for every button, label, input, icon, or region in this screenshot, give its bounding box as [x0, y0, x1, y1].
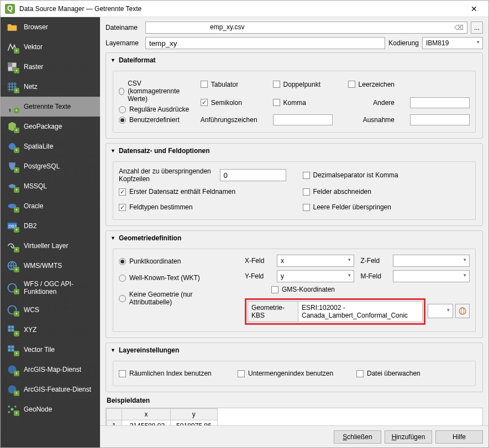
crs-value: ESRI:102002 - Canada_Lambert_Conformal_C…	[298, 301, 423, 322]
radio-csv[interactable]: CSV (kommagetrennte Werte)	[119, 80, 194, 103]
sidebar-item-geopackage[interactable]: + GeoPackage	[1, 117, 100, 136]
globe-icon: +	[6, 260, 18, 271]
xfield-combo[interactable]: x	[277, 255, 354, 267]
checkbox-icon	[238, 370, 245, 377]
titlebar: Data Source Manager — Getrennte Texte ✕	[1, 1, 488, 17]
radio-custom[interactable]: Benutzerdefiniert	[119, 116, 194, 124]
group-record-header[interactable]: ▼ Datensatz- und Feldoptionen	[106, 144, 482, 158]
group-layer: ▼ Layereinstellungen Räumlichen Index be…	[106, 342, 483, 392]
sidebar-item-virtual-layer[interactable]: + Virtueller Layer	[1, 236, 100, 256]
radio-point[interactable]: Punktkoordinaten	[119, 257, 235, 265]
radio-regex[interactable]: Reguläre Ausdrücke	[119, 106, 194, 113]
check-colon[interactable]: Doppelpunkt	[273, 81, 333, 88]
sidebar-item-mssql[interactable]: + MSSQL	[1, 176, 100, 196]
sidebar-item-arcgis-feature[interactable]: + ArcGIS-Feature-Dienst	[1, 380, 100, 399]
collapse-icon: ▼	[111, 235, 115, 241]
sidebar-item-browser[interactable]: Browser	[1, 17, 100, 37]
raster-icon: +	[6, 61, 18, 72]
sidebar-item-vektor[interactable]: + Vektor	[1, 37, 100, 57]
sidebar-item-delimited-text[interactable]: ,+ Getrennte Texte	[1, 97, 100, 117]
window-title: Data Source Manager — Getrennte Texte	[19, 5, 464, 13]
zfield-combo[interactable]	[393, 255, 470, 267]
virtual-layer-icon: +	[6, 240, 18, 251]
checkbox-icon	[303, 188, 310, 196]
check-detect-types[interactable]: Feldtypen bestimmen	[119, 203, 286, 211]
check-gms[interactable]: GMS-Koordinaten	[271, 286, 470, 293]
sidebar-item-netz[interactable]: + Netz	[1, 77, 100, 97]
sidebar-item-arcgis-map[interactable]: + ArcGIS-Map-Dienst	[1, 360, 100, 380]
check-space[interactable]: Leerzeichen	[348, 81, 395, 88]
group-dateiformat-header[interactable]: ▼ Dateiformat	[106, 53, 482, 67]
spatialite-icon: +	[6, 141, 18, 152]
sidebar-item-label: PostgreSQL	[24, 162, 60, 170]
skip-input[interactable]	[220, 169, 286, 181]
check-comma[interactable]: Komma	[273, 99, 333, 107]
crs-combo[interactable]	[428, 304, 453, 318]
group-geometry-header[interactable]: ▼ Geometriedefinition	[106, 231, 482, 245]
geonode-icon: +	[6, 404, 18, 415]
oracle-icon: +	[6, 201, 18, 212]
browse-button[interactable]: ...	[471, 22, 483, 34]
preview-table-wrap[interactable]: x y 1-3145588.035018975.86 2-3115010.955…	[106, 408, 483, 425]
globe-icon: +	[6, 304, 18, 315]
sidebar-item-label: ArcGIS-Feature-Dienst	[24, 386, 91, 393]
sidebar-item-label: Oracle	[24, 202, 43, 210]
quote-input[interactable]	[273, 114, 333, 125]
layername-input[interactable]	[145, 37, 385, 49]
other-input[interactable]	[410, 97, 470, 108]
sidebar-item-label: WCS	[24, 306, 39, 314]
group-dateiformat: ▼ Dateiformat CSV (kommagetrennte Werte)…	[106, 52, 483, 139]
sidebar-item-postgresql[interactable]: + PostgreSQL	[1, 156, 100, 176]
radio-wkt[interactable]: Well-Known-Text (WKT)	[119, 274, 235, 282]
filename-row: Dateiname emp_xy.csv ⌫ ...	[106, 22, 483, 34]
check-watch-file[interactable]: Datei überwachen	[356, 370, 470, 377]
svg-rect-15	[11, 346, 14, 349]
quote-label: Anführungszeichen	[201, 116, 257, 124]
yfield-combo[interactable]: y	[277, 270, 354, 282]
check-spatial-index[interactable]: Räumlichen Index benutzen	[119, 370, 232, 377]
mfield-combo[interactable]	[393, 270, 470, 282]
sidebar-item-label: Netz	[24, 83, 38, 91]
sidebar-item-db2[interactable]: DB2+ DB2	[1, 216, 100, 236]
group-layer-header[interactable]: ▼ Layereinstellungen	[106, 343, 482, 357]
check-trim[interactable]: Felder abschneiden	[303, 188, 470, 196]
filename-input[interactable]: emp_xy.csv ⌫	[145, 22, 467, 34]
sidebar-item-wms[interactable]: + WMS/WMTS	[1, 256, 100, 276]
escape-input[interactable]	[410, 114, 470, 125]
sidebar-item-oracle[interactable]: + Oracle	[1, 196, 100, 216]
folder-icon	[6, 22, 18, 33]
close-icon[interactable]: ✕	[464, 4, 484, 13]
sidebar-item-spatialite[interactable]: + SpatiaLite	[1, 136, 100, 156]
check-skip-empty[interactable]: Leere Felder überspringen	[303, 203, 470, 211]
sidebar-item-raster[interactable]: + Raster	[1, 57, 100, 77]
zfield-label: Z-Feld	[361, 257, 386, 265]
sidebar-item-vector-tile[interactable]: + Vector Tile	[1, 340, 100, 360]
group-geometry: ▼ Geometriedefinition Punktkoordinaten W…	[106, 230, 483, 338]
table-row: 1-3145588.035018975.86	[107, 420, 218, 426]
sidebar-item-geonode[interactable]: + GeoNode	[1, 399, 100, 419]
vector-icon: +	[6, 41, 18, 52]
sidebar-item-wfs[interactable]: + WFS / OGC API-Funktionen	[1, 276, 100, 300]
other-label: Andere	[348, 99, 395, 107]
table-corner	[107, 409, 122, 420]
check-subset-index[interactable]: Untermengenindex benutzen	[238, 370, 351, 377]
check-semicolon[interactable]: Semikolon	[201, 99, 257, 107]
group-record: ▼ Datensatz- und Feldoptionen Anzahl der…	[106, 143, 483, 226]
encoding-combo[interactable]: IBM819	[422, 37, 483, 49]
radio-icon	[119, 258, 126, 265]
sidebar-item-xyz[interactable]: + XYZ	[1, 320, 100, 340]
add-button[interactable]: Hinzufügen	[385, 430, 432, 444]
svg-point-25	[459, 308, 466, 314]
radio-none[interactable]: Keine Geometrie (nur Attributtabelle)	[119, 291, 235, 306]
check-first-has-names[interactable]: Erster Datensatz enthält Feldnamen	[119, 188, 286, 196]
crs-select-button[interactable]	[455, 304, 470, 318]
filename-value: emp_xy.csv	[210, 23, 244, 31]
check-decimal-comma[interactable]: Dezimalseparator ist Komma	[303, 170, 470, 180]
check-tab[interactable]: Tabulator	[201, 81, 257, 88]
help-button[interactable]: Hilfe	[435, 430, 483, 444]
clear-icon[interactable]: ⌫	[454, 24, 464, 31]
sidebar-item-label: Vector Tile	[24, 346, 55, 354]
checkbox-icon	[119, 370, 126, 377]
close-button[interactable]: Schließen	[334, 430, 381, 444]
sidebar-item-wcs[interactable]: + WCS	[1, 300, 100, 320]
